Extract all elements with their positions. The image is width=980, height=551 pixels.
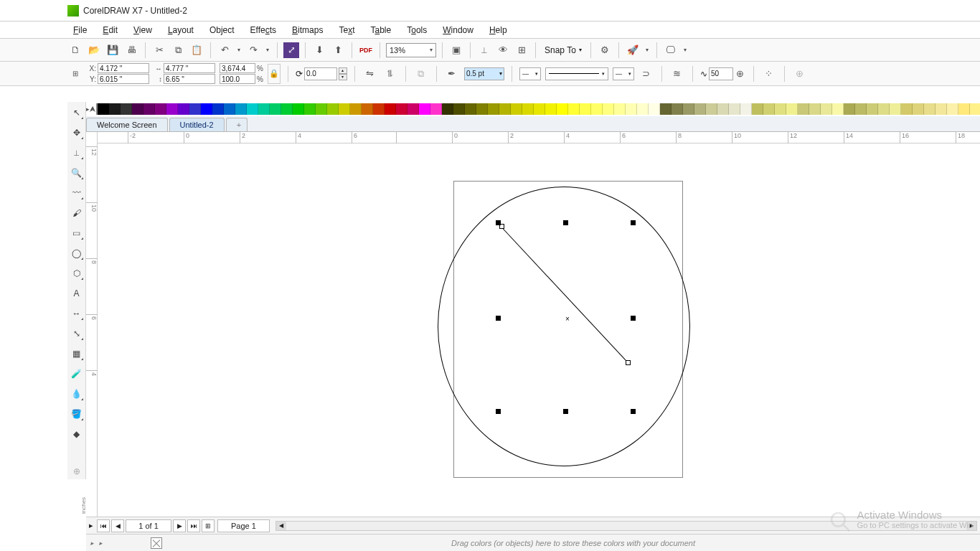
outline-width-select[interactable]: 0.5 pt▾ xyxy=(464,67,504,80)
scroll-left-icon[interactable]: ◀ xyxy=(276,522,286,530)
redo-dropdown[interactable]: ▾ xyxy=(264,47,271,53)
menu-help[interactable]: Help xyxy=(484,24,513,37)
rotation-spinner[interactable]: ▴▾ xyxy=(339,67,347,80)
quick-customize-button[interactable]: ⊕ xyxy=(792,66,808,82)
paste-button[interactable]: 📋 xyxy=(189,42,204,58)
menu-tools[interactable]: Tools xyxy=(401,24,433,37)
color-swatch[interactable] xyxy=(890,103,901,115)
color-swatch[interactable] xyxy=(637,103,649,115)
color-swatch[interactable] xyxy=(293,103,304,115)
color-swatch[interactable] xyxy=(591,103,603,115)
search-content-button[interactable]: ⤢ xyxy=(283,42,299,58)
color-swatch[interactable] xyxy=(121,103,132,115)
color-swatch[interactable] xyxy=(212,103,224,115)
color-swatch[interactable] xyxy=(603,103,614,115)
drawing-canvas[interactable]: × xyxy=(98,143,980,517)
color-swatch[interactable] xyxy=(775,103,786,115)
lock-ratio-button[interactable]: 🔒 xyxy=(268,64,281,84)
color-eyedropper-tool[interactable]: 💧 xyxy=(69,386,85,402)
color-swatch[interactable] xyxy=(350,103,362,115)
launch-dropdown[interactable]: ▾ xyxy=(644,47,651,53)
artistic-media-tool[interactable]: 🖌 xyxy=(69,205,85,221)
selection-handle-bl[interactable] xyxy=(496,409,501,414)
color-swatch[interactable] xyxy=(476,103,488,115)
selection-handle-tm[interactable] xyxy=(563,220,568,225)
rectangle-tool[interactable]: ▭ xyxy=(69,225,85,241)
color-swatch[interactable] xyxy=(373,103,385,115)
color-swatch[interactable] xyxy=(522,103,534,115)
color-swatch[interactable] xyxy=(109,103,121,115)
status-flyout-icon[interactable]: ▸ xyxy=(90,540,99,547)
customize-dropdown[interactable]: ▾ xyxy=(682,47,689,53)
height-input[interactable]: 6.65 " xyxy=(164,74,215,84)
color-swatch[interactable] xyxy=(327,103,339,115)
wrap-offset-input[interactable]: 50 xyxy=(709,67,733,80)
color-swatch[interactable] xyxy=(132,103,143,115)
ellipse-tool[interactable]: ◯ xyxy=(69,245,85,261)
bounding-box-button[interactable]: ⁘ xyxy=(761,66,777,82)
color-swatch[interactable] xyxy=(855,103,867,115)
color-swatch[interactable] xyxy=(339,103,350,115)
collapse-icon[interactable]: ▸ xyxy=(86,521,96,530)
close-curve-button[interactable]: ⊃ xyxy=(639,66,654,82)
color-swatch[interactable] xyxy=(660,103,672,115)
color-swatch[interactable] xyxy=(442,103,453,115)
selection-center[interactable]: × xyxy=(565,315,570,323)
smart-fill-tool[interactable]: ◆ xyxy=(69,426,85,442)
color-swatch[interactable] xyxy=(419,103,430,115)
interactive-fill-tool[interactable]: 🪣 xyxy=(69,406,85,422)
color-swatch[interactable] xyxy=(706,103,717,115)
color-swatch[interactable] xyxy=(867,103,878,115)
color-swatch[interactable] xyxy=(385,103,396,115)
color-swatch[interactable] xyxy=(614,103,626,115)
wrap-apply-button[interactable]: ⊕ xyxy=(735,67,746,80)
tab-welcome-screen[interactable]: Welcome Screen xyxy=(86,118,168,131)
page-add-button[interactable]: ⊞ xyxy=(202,519,215,532)
palette-up-icon[interactable]: ⮝ xyxy=(90,103,96,116)
color-swatch[interactable] xyxy=(98,103,109,115)
shape-tool[interactable]: ✥ xyxy=(69,125,85,141)
drop-shadow-tool[interactable]: ▦ xyxy=(69,346,85,362)
scale-y-input[interactable]: 100.0 xyxy=(220,74,255,84)
color-swatch[interactable] xyxy=(740,103,752,115)
color-swatch[interactable] xyxy=(396,103,407,115)
color-swatch[interactable] xyxy=(694,103,706,115)
print-button[interactable]: 🖶 xyxy=(123,42,139,58)
import-button[interactable]: ⬇ xyxy=(311,42,327,58)
open-button[interactable]: 📂 xyxy=(86,42,102,58)
color-swatch[interactable] xyxy=(499,103,511,115)
pick-tool[interactable]: ↖ xyxy=(69,105,85,121)
export-button[interactable]: ⬆ xyxy=(330,42,346,58)
selection-handle-tr[interactable] xyxy=(631,220,636,225)
new-button[interactable]: 🗋 xyxy=(67,42,83,58)
menu-view[interactable]: View xyxy=(128,24,158,37)
color-swatch[interactable] xyxy=(247,103,258,115)
color-swatch[interactable] xyxy=(453,103,465,115)
selection-handle-tl[interactable] xyxy=(496,220,501,225)
menu-effects[interactable]: Effects xyxy=(245,24,282,37)
horizontal-ruler[interactable]: -2 0 2 4 6 0 2 4 6 8 10 12 14 16 18 xyxy=(98,132,980,143)
color-swatch[interactable] xyxy=(534,103,545,115)
menu-window[interactable]: Window xyxy=(437,24,479,37)
menu-file[interactable]: File xyxy=(67,24,93,37)
color-swatch[interactable] xyxy=(281,103,293,115)
color-swatch[interactable] xyxy=(143,103,155,115)
color-swatch[interactable] xyxy=(821,103,832,115)
menu-layout[interactable]: Layout xyxy=(162,24,199,37)
freehand-tool[interactable]: 〰 xyxy=(69,185,85,201)
options-button[interactable]: ⚙ xyxy=(597,42,613,58)
selection-handle-br[interactable] xyxy=(631,409,636,414)
color-swatch[interactable] xyxy=(465,103,476,115)
page-tab-1[interactable]: Page 1 xyxy=(217,519,270,532)
color-swatch[interactable] xyxy=(545,103,557,115)
color-swatch[interactable] xyxy=(878,103,890,115)
color-swatch[interactable] xyxy=(936,103,947,115)
menu-edit[interactable]: Edit xyxy=(97,24,123,37)
scale-x-input[interactable]: 3,674.4 xyxy=(220,63,255,73)
launch-button[interactable]: 🚀 xyxy=(625,42,641,58)
color-swatch[interactable] xyxy=(270,103,281,115)
ellipse-object[interactable] xyxy=(438,187,690,466)
menu-bitmaps[interactable]: Bitmaps xyxy=(286,24,329,37)
color-swatch[interactable] xyxy=(683,103,694,115)
color-swatch[interactable] xyxy=(178,103,189,115)
